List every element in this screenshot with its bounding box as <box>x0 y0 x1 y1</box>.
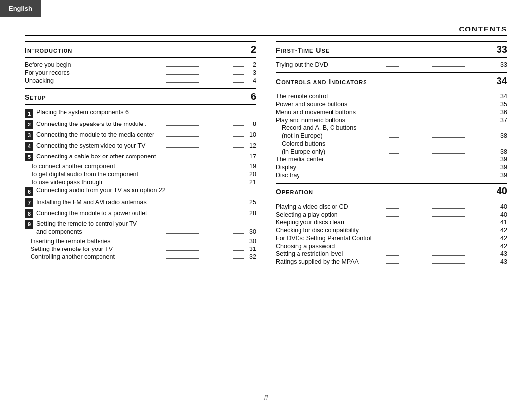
first-time-entries: Trying out the DVD 33 <box>276 62 507 68</box>
item-6-label: Connecting audio from your TV as an opti… <box>36 187 166 194</box>
item-8-label: Connecting the module to a power outlet <box>36 210 147 217</box>
choosing-password-dots <box>386 248 495 248</box>
num-badge-3: 3 <box>25 131 33 140</box>
toc-colored-buttons-group: Colored buttons (in Europe only) 38 <box>282 140 507 155</box>
item-5-dots <box>158 158 244 158</box>
setup-item-6: 6 Connecting audio from your TV as an op… <box>25 187 256 196</box>
introduction-entries: Before you begin 2 For your records 3 Un… <box>25 62 256 84</box>
unpacking-dots <box>135 82 244 83</box>
selecting-play-option-dots <box>386 216 495 217</box>
power-source-label: Power and source buttons <box>276 101 385 108</box>
item-3-dots <box>156 136 244 137</box>
first-time-title: FIRST-TIME USE <box>276 46 330 54</box>
video-pass-page: 21 <box>245 179 256 186</box>
item-5-page: 17 <box>245 153 256 160</box>
item-2-label: Connecting the speakers to the module <box>36 121 144 127</box>
toc-disc-tray: Disc tray 39 <box>276 172 507 179</box>
play-numeric-page: 37 <box>497 117 507 124</box>
item-4-label: Connecting the system video to your TV <box>36 142 145 149</box>
trying-dvd-label: Trying out the DVD <box>276 62 385 68</box>
toc-unpacking-label: Unpacking <box>25 77 133 84</box>
power-source-page: 35 <box>497 101 507 108</box>
item-4-dots <box>147 147 244 148</box>
media-center-dots <box>386 161 495 161</box>
trying-dvd-dots <box>386 66 495 67</box>
item-1-content: Placing the system components 6 <box>36 109 256 116</box>
toc-choosing-password: Choosing a password 42 <box>276 243 507 250</box>
item-7-page: 25 <box>245 199 256 206</box>
num-badge-8: 8 <box>25 209 33 218</box>
connect-another-label: To connect another component <box>31 163 136 170</box>
item-4-page: 12 <box>245 142 256 149</box>
num-badge-9: 9 <box>25 220 33 229</box>
menu-movement-label: Menu and movement buttons <box>276 109 385 116</box>
introduction-title: INTRODUCTION <box>25 46 72 54</box>
toc-remote-control: The remote control 34 <box>276 93 507 100</box>
media-center-page: 39 <box>497 156 507 163</box>
item-6-content: Connecting audio from your TV as an opti… <box>36 187 256 194</box>
item-5-content: Connecting a cable box or other componen… <box>36 153 256 160</box>
checking-disc-compat-dots <box>386 232 495 232</box>
restriction-level-page: 43 <box>497 250 507 257</box>
main-container: Contents INTRODUCTION 2 Before you begin… <box>25 25 507 391</box>
toc-record-abc-group: Record and A, B, C buttons (not in Europ… <box>282 125 507 139</box>
for-your-records-page: 3 <box>245 69 256 76</box>
controls-section-header: CONTROLS AND INDICATORS 34 <box>276 72 507 89</box>
inserting-batteries-page: 30 <box>245 238 256 245</box>
setup-item-9: 9 Setting the remote to control your TV … <box>25 219 256 236</box>
toc-before-you-begin: Before you begin 2 <box>25 62 256 68</box>
toc-display: Display 39 <box>276 164 507 171</box>
toc-controlling-another: Controlling another component 32 <box>31 253 256 260</box>
toc-inserting-batteries: Inserting the remote batteries 30 <box>31 238 256 245</box>
contents-header: Contents <box>25 25 507 36</box>
menu-movement-dots <box>386 114 495 114</box>
restriction-level-dots <box>386 255 495 256</box>
not-in-europe-label: (not in Europe) <box>282 132 388 139</box>
playing-video-disc-page: 40 <box>497 203 507 210</box>
item-4-content: Connecting the system video to your TV 1… <box>36 142 256 149</box>
first-time-section-header: FIRST-TIME USE 33 <box>276 41 507 58</box>
restriction-level-label: Setting a restriction level <box>276 250 385 257</box>
media-center-label: The media center <box>276 156 385 163</box>
toc-video-pass: To use video pass through 21 <box>31 179 256 186</box>
item-8-page: 28 <box>245 210 256 217</box>
item-9-sub-entries: Inserting the remote batteries 30 Settin… <box>31 238 256 260</box>
setting-remote-tv-dots <box>138 250 244 251</box>
toc-restriction-level: Setting a restriction level 43 <box>276 250 507 257</box>
selecting-play-option-page: 40 <box>497 211 507 218</box>
toc-in-europe-only: (in Europe only) 38 <box>282 148 507 155</box>
controls-entries: The remote control 34 Power and source b… <box>276 93 507 179</box>
setting-remote-tv-page: 31 <box>245 246 256 252</box>
trying-dvd-page: 33 <box>497 62 507 68</box>
toc-before-you-begin-label: Before you begin <box>25 62 133 68</box>
remote-control-dots <box>386 98 495 98</box>
item-7-label: Installing the FM and AM radio antennas <box>36 199 147 206</box>
language-tab: English <box>0 0 41 17</box>
item-1-label: Placing the system components 6 <box>36 109 129 116</box>
power-source-dots <box>386 106 495 106</box>
item-9-row1: Setting the remote to control your TV <box>36 220 256 227</box>
num-badge-7: 7 <box>25 198 33 207</box>
item-3-content: Connecting the module to the media cente… <box>36 131 256 138</box>
item-9-page: 30 <box>245 228 256 235</box>
item-2-page: 8 <box>245 121 256 127</box>
setup-item-1: 1 Placing the system components 6 <box>25 109 256 118</box>
item-3-page: 10 <box>245 131 256 138</box>
item-9-label: Setting the remote to control your TV <box>36 220 256 227</box>
controlling-another-label: Controlling another component <box>31 253 136 260</box>
disc-tray-label: Disc tray <box>276 172 385 179</box>
item-9-row2: and components 30 <box>36 228 256 235</box>
video-pass-label: To use video pass through <box>31 179 136 186</box>
disc-tray-dots <box>386 177 495 177</box>
setting-remote-tv-label: Setting the remote for your TV <box>31 246 136 252</box>
play-numeric-label: Play and numeric buttons <box>276 117 385 124</box>
mpaa-ratings-label: Ratings supplied by the MPAA <box>276 258 385 265</box>
in-europe-only-page: 38 <box>497 148 507 155</box>
item-7-content: Installing the FM and AM radio antennas … <box>36 199 256 206</box>
colored-buttons-label-row: Colored buttons <box>282 140 507 147</box>
parental-control-page: 42 <box>497 235 507 242</box>
operation-page: 40 <box>497 186 507 197</box>
setup-page: 6 <box>251 91 256 102</box>
item-2-content: Connecting the speakers to the module 8 <box>36 121 256 127</box>
toc-digital-audio: To get digital audio from the component … <box>31 171 256 178</box>
